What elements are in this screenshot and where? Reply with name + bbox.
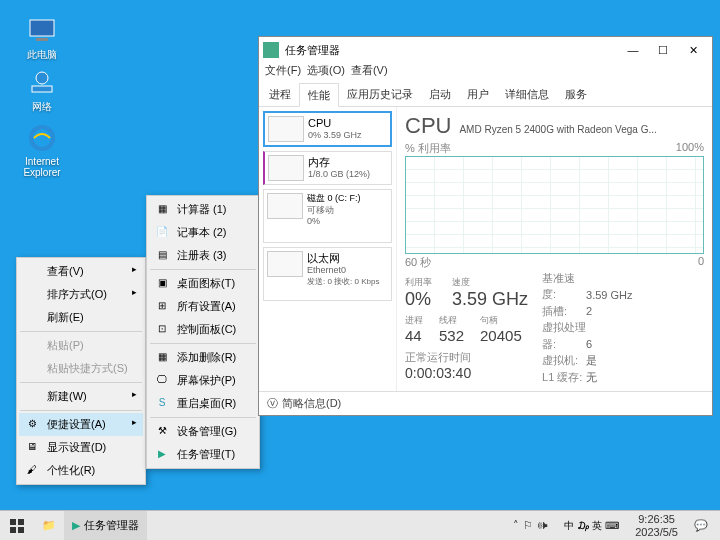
ime-indicator[interactable]: 中 ₯ 英 ⌨: [556, 511, 627, 541]
system-tray[interactable]: ˄ ⚐ 🕪: [507, 519, 554, 532]
separator: [20, 331, 142, 332]
tab-performance[interactable]: 性能: [299, 83, 339, 107]
sub-task-mgr[interactable]: ▶任务管理(T): [149, 443, 257, 466]
taskmgr-icon: ▶: [72, 519, 80, 532]
sub-device-mgr[interactable]: ⚒设备管理(G): [149, 420, 257, 443]
minimize-button[interactable]: —: [618, 39, 648, 61]
fewer-details-link[interactable]: 简略信息(D): [282, 396, 341, 411]
mem-thumb: [268, 155, 304, 181]
addrem-icon: ▦: [155, 349, 169, 363]
collapse-icon[interactable]: ⓥ: [267, 396, 278, 411]
screen-icon: 🖵: [155, 372, 169, 386]
perf-card-memory[interactable]: 内存1/8.0 GB (12%): [263, 151, 392, 185]
tabbar: 进程 性能 应用历史记录 启动 用户 详细信息 服务: [259, 83, 712, 107]
ctx-sort[interactable]: 排序方式(O): [19, 283, 143, 306]
tray-flag-icon[interactable]: ⚐: [523, 519, 533, 532]
ctx-new[interactable]: 新建(W): [19, 385, 143, 408]
sub-desktop-icons[interactable]: ▣桌面图标(T): [149, 272, 257, 295]
window-title: 任务管理器: [285, 43, 618, 58]
start-button[interactable]: [0, 511, 34, 541]
menu-file[interactable]: 文件(F): [265, 63, 301, 83]
sub-all-settings[interactable]: ⊞所有设置(A): [149, 295, 257, 318]
ctx-view[interactable]: 查看(V): [19, 260, 143, 283]
titlebar[interactable]: 任务管理器 — ☐ ✕: [259, 37, 712, 63]
context-menu-desktop: 查看(V) 排序方式(O) 刷新(E) 粘贴(P) 粘贴快捷方式(S) 新建(W…: [16, 257, 146, 485]
sub-regedit[interactable]: ▤注册表 (3): [149, 244, 257, 267]
taskbar-clock[interactable]: 9:26:35 2023/5/5: [629, 513, 684, 538]
ctx-display[interactable]: 🖥显示设置(D): [19, 436, 143, 459]
ctx-paste-shortcut: 粘贴快捷方式(S): [19, 357, 143, 380]
stat-speed: 3.59 GHz: [452, 289, 528, 310]
taskbar: 📁 ▶任务管理器 ˄ ⚐ 🕪 中 ₯ 英 ⌨ 9:26:35 2023/5/5 …: [0, 510, 720, 540]
tab-services[interactable]: 服务: [557, 83, 595, 106]
ctx-personalize[interactable]: 🖌个性化(R): [19, 459, 143, 482]
taskmgr-icon: [263, 42, 279, 58]
notifications-button[interactable]: 💬: [686, 511, 716, 541]
sub-screensaver[interactable]: 🖵屏幕保护(P): [149, 369, 257, 392]
perf-sidebar: CPU0% 3.59 GHz 内存1/8.0 GB (12%) 磁盘 0 (C:…: [259, 107, 397, 391]
brush-icon: 🖌: [25, 462, 39, 476]
menu-view[interactable]: 查看(V): [351, 63, 388, 83]
tab-history[interactable]: 应用历史记录: [339, 83, 421, 106]
desktop-icon-ie[interactable]: Internet Explorer: [12, 122, 72, 178]
tm-footer: ⓥ 简略信息(D): [259, 391, 712, 415]
sub-notepad[interactable]: 📄记事本 (2): [149, 221, 257, 244]
stat-threads: 532: [439, 327, 464, 344]
desktop-icon-network[interactable]: 网络: [12, 66, 72, 114]
tab-details[interactable]: 详细信息: [497, 83, 557, 106]
svg-rect-5: [10, 519, 16, 525]
sub-restart-desktop[interactable]: S重启桌面(R): [149, 392, 257, 415]
cpu-graph: [405, 156, 704, 254]
tab-processes[interactable]: 进程: [261, 83, 299, 106]
desktop-icon-this-pc[interactable]: 此电脑: [12, 14, 72, 62]
sub-calc[interactable]: ▦计算器 (1): [149, 198, 257, 221]
cpu-model: AMD Ryzen 5 2400G with Radeon Vega G...: [459, 124, 656, 135]
axis-label-left: % 利用率: [405, 141, 451, 156]
sub-control-panel[interactable]: ⊡控制面板(C): [149, 318, 257, 341]
ctx-refresh[interactable]: 刷新(E): [19, 306, 143, 329]
cpanel-icon: ⊡: [155, 321, 169, 335]
stat-handles: 20405: [480, 327, 522, 344]
calc-icon: ▦: [155, 201, 169, 215]
taskbar-taskmgr[interactable]: ▶任务管理器: [64, 511, 147, 541]
tab-startup[interactable]: 启动: [421, 83, 459, 106]
ie-icon: [26, 122, 58, 154]
computer-icon: [26, 14, 58, 46]
task-manager-window: 任务管理器 — ☐ ✕ 文件(F) 选项(O) 查看(V) 进程 性能 应用历史…: [258, 36, 713, 416]
gear-icon: ⚙: [25, 416, 39, 430]
tray-sound-icon[interactable]: 🕪: [537, 519, 548, 532]
restart-icon: S: [155, 395, 169, 409]
tray-up-icon[interactable]: ˄: [513, 519, 519, 532]
desktop-icon-label: 此电脑: [12, 48, 72, 62]
tab-users[interactable]: 用户: [459, 83, 497, 106]
separator: [150, 343, 256, 344]
ctx-paste: 粘贴(P): [19, 334, 143, 357]
stat-utilization: 0%: [405, 289, 432, 310]
taskbar-explorer[interactable]: 📁: [34, 511, 64, 541]
separator: [20, 382, 142, 383]
menu-options[interactable]: 选项(O): [307, 63, 345, 83]
close-button[interactable]: ✕: [678, 39, 708, 61]
desktop-icon-label: 网络: [12, 100, 72, 114]
maximize-button[interactable]: ☐: [648, 39, 678, 61]
perf-card-cpu[interactable]: CPU0% 3.59 GHz: [263, 111, 392, 147]
context-submenu-quick: ▦计算器 (1) 📄记事本 (2) ▤注册表 (3) ▣桌面图标(T) ⊞所有设…: [146, 195, 260, 469]
cpu-heading: CPU: [405, 113, 451, 139]
perf-card-ethernet[interactable]: 以太网Ethernet0发送: 0 接收: 0 Kbps: [263, 247, 392, 301]
network-icon: [26, 66, 58, 98]
desktop-icon-label: Internet Explorer: [12, 156, 72, 178]
perf-detail: CPU AMD Ryzen 5 2400G with Radeon Vega G…: [397, 107, 712, 391]
perf-card-disk[interactable]: 磁盘 0 (C: F:)可移动0%: [263, 189, 392, 243]
ctx-quick-settings[interactable]: ⚙便捷设置(A): [19, 413, 143, 436]
cpu-specs: 基准速度:3.59 GHz 插槽:2 虚拟处理器:6 虚拟机:是 L1 缓存:无: [542, 270, 632, 386]
stat-uptime: 0:00:03:40: [405, 365, 528, 381]
sub-add-remove[interactable]: ▦添加删除(R): [149, 346, 257, 369]
desktop-icon: ▣: [155, 275, 169, 289]
axis-bottom-right: 0: [698, 255, 704, 270]
svg-rect-8: [18, 527, 24, 533]
svg-rect-7: [10, 527, 16, 533]
axis-bottom-left: 60 秒: [405, 255, 431, 270]
menubar: 文件(F) 选项(O) 查看(V): [259, 63, 712, 83]
separator: [20, 410, 142, 411]
cpu-thumb: [268, 116, 304, 142]
